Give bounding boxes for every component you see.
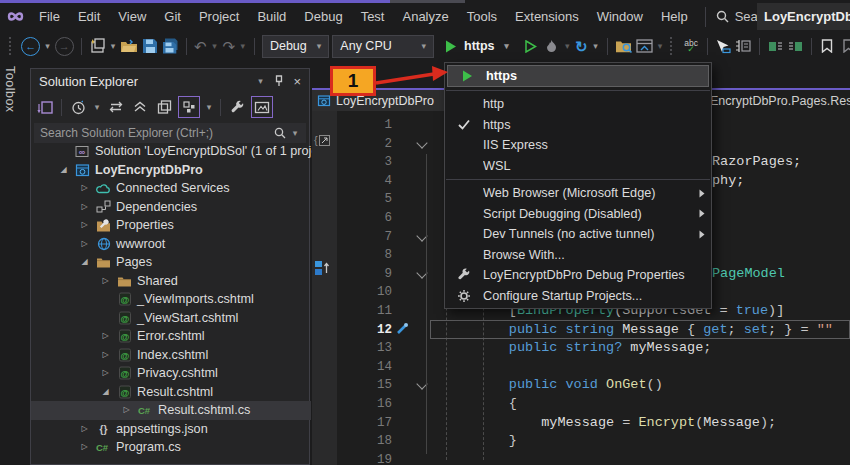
codefix-adornment-icon[interactable] [314,260,330,277]
toolbox-tab[interactable]: Toolbox [3,66,17,113]
breadcrumb[interactable]: EncryptDbPro.Pages.Result [710,94,850,108]
menu-build[interactable]: Build [248,9,295,24]
collapsed-arrow-icon[interactable]: ▷ [99,364,112,383]
collapsed-arrow-icon[interactable]: ▷ [78,198,91,217]
save-button[interactable] [141,35,158,57]
brush-adornment-icon[interactable] [396,322,409,335]
find-in-files-button[interactable] [615,35,633,57]
tree-item[interactable]: @_ViewStart.cshtml [31,309,311,328]
tree-item[interactable]: ▷@Error.cshtml [31,327,311,346]
collapsed-arrow-icon[interactable]: ▷ [78,438,91,457]
tree-item[interactable]: ◢LoyEncryptDbPro [31,161,311,180]
code-fragment: PageModel [712,265,785,284]
expanded-arrow-icon[interactable]: ◢ [78,253,91,272]
comment-button[interactable] [767,35,784,57]
restart-button[interactable]: ↻ [574,35,588,57]
menu-item-script-debugging-disabled-[interactable]: Script Debugging (Disabled) [445,204,711,225]
menu-item-web-browser-microsoft-edge-[interactable]: Web Browser (Microsoft Edge) [445,183,711,204]
navigate-back-button[interactable]: ← [21,35,40,57]
open-folder-button[interactable] [120,35,138,57]
menu-edit[interactable]: Edit [69,9,109,24]
line-number: 17 [332,414,392,433]
menu-tools[interactable]: Tools [458,9,506,24]
expanded-arrow-icon[interactable]: ◢ [99,383,112,402]
undo-caret-icon[interactable]: ▾ [210,41,219,51]
menu-test[interactable]: Test [352,9,394,24]
tree-item[interactable]: ▷{}appsettings.json [31,420,311,439]
collapsed-arrow-icon[interactable]: ▷ [78,420,91,439]
toolbar-grip-2[interactable] [670,37,676,55]
menu-debug[interactable]: Debug [295,9,351,24]
folder-icon [95,256,112,268]
tree-item[interactable]: ▷@Index.cshtml [31,346,311,365]
hot-reload-button[interactable] [543,35,560,57]
menu-item-loyencryptdbpro-debug-properties[interactable]: LoyEncryptDbPro Debug Properties [445,265,711,286]
tree-item[interactable]: ▷Dependencies [31,198,311,217]
tree-item[interactable]: ▷wwwroot [31,235,311,254]
tree-item[interactable]: ▷C#Program.cs [31,438,311,457]
cursor-select-button[interactable] [715,35,732,57]
tree-item[interactable]: ▷Properties [31,216,311,235]
new-project-button[interactable] [89,35,106,57]
tree-item[interactable]: ◢@Result.cshtml [31,383,311,402]
menu-item-iis-express[interactable]: IIS Express [445,135,711,156]
format-document-button[interactable] [735,35,752,57]
menu-help[interactable]: Help [652,9,697,24]
collapsed-arrow-icon[interactable]: ▷ [78,235,91,254]
svg-text:C#: C# [96,442,109,453]
collapsed-arrow-icon[interactable]: ▷ [78,179,91,198]
menu-project[interactable]: Project [190,9,248,24]
hot-reload-caret-icon[interactable]: ▾ [563,41,572,51]
tree-item[interactable]: ▷@Privacy.cshtml [31,364,311,383]
navigate-back-caret-icon[interactable]: ▾ [43,41,52,51]
menu-item-wsl[interactable]: WSL [445,156,711,177]
collapsed-arrow-icon[interactable]: ▷ [78,216,91,235]
expanded-arrow-icon[interactable]: ◢ [57,161,70,180]
menu-file[interactable]: File [30,9,69,24]
menu-item-browse-with-[interactable]: Browse With... [445,245,711,266]
toolbar-grip[interactable] [9,37,15,55]
tree-item[interactable]: ◢Pages [31,253,311,272]
bookmark-button[interactable] [819,35,836,57]
menu-analyze[interactable]: Analyze [393,9,457,24]
redo-caret-icon[interactable]: ▾ [239,41,248,51]
collapsed-arrow-icon[interactable]: ▷ [99,346,112,365]
tree-item[interactable]: ∞Solution 'LoyEncryptDbSol' (1 of 1 proj… [31,142,311,161]
tree-item[interactable]: ▷C#Result.cshtml.cs [31,401,311,420]
menu-item-http[interactable]: http [445,94,711,115]
bookmark-prev-button[interactable] [839,35,850,57]
undo-button[interactable]: ↶ [194,35,208,57]
fold-chevron-icon[interactable] [416,137,427,148]
solution-configuration-dropdown[interactable]: Debug ▾ [262,35,329,58]
tree-item-label: Program.cs [116,438,181,457]
menu-git[interactable]: Git [155,9,190,24]
callout-arrow [374,62,450,90]
menu-item-configure-startup-projects-[interactable]: Configure Startup Projects... [445,286,711,307]
menu-item-dev-tunnels-no-active-tunnel-[interactable]: Dev Tunnels (no active tunnel) [445,224,711,245]
collapsed-arrow-icon[interactable]: ▷ [99,327,112,346]
line-number: 11 [332,302,392,321]
run-profile-caret-icon[interactable]: ▾ [502,41,512,51]
navigate-forward-button[interactable]: → [55,35,74,57]
collapsed-arrow-icon[interactable]: ▷ [99,272,112,291]
menu-extensions[interactable]: Extensions [506,9,588,24]
start-without-debugging-button[interactable] [523,35,540,57]
menu-item-https[interactable]: https [445,115,711,136]
start-debugging-button[interactable]: https ▾ [437,34,520,58]
menu-view[interactable]: View [109,9,155,24]
new-project-caret-icon[interactable]: ▾ [109,41,118,51]
collapsed-arrow-icon[interactable]: ▷ [120,401,133,420]
tree-item[interactable]: ▷Connected Services [31,179,311,198]
save-all-button[interactable] [162,35,179,57]
browser-link-caret-icon[interactable]: ▾ [656,41,665,51]
solution-platform-dropdown[interactable]: Any CPU ▾ [332,35,434,58]
tree-item[interactable]: @_ViewImports.cshtml [31,290,311,309]
menu-item-https[interactable]: https [447,65,709,87]
spell-check-button[interactable]: abc ✓ [683,35,700,57]
redo-button[interactable]: ↷ [222,35,236,57]
menu-window[interactable]: Window [588,9,652,24]
tree-item[interactable]: ▷Shared [31,272,311,291]
restart-caret-icon[interactable]: ▾ [591,41,600,51]
uncomment-button[interactable] [787,35,804,57]
browser-link-button[interactable] [636,35,653,57]
